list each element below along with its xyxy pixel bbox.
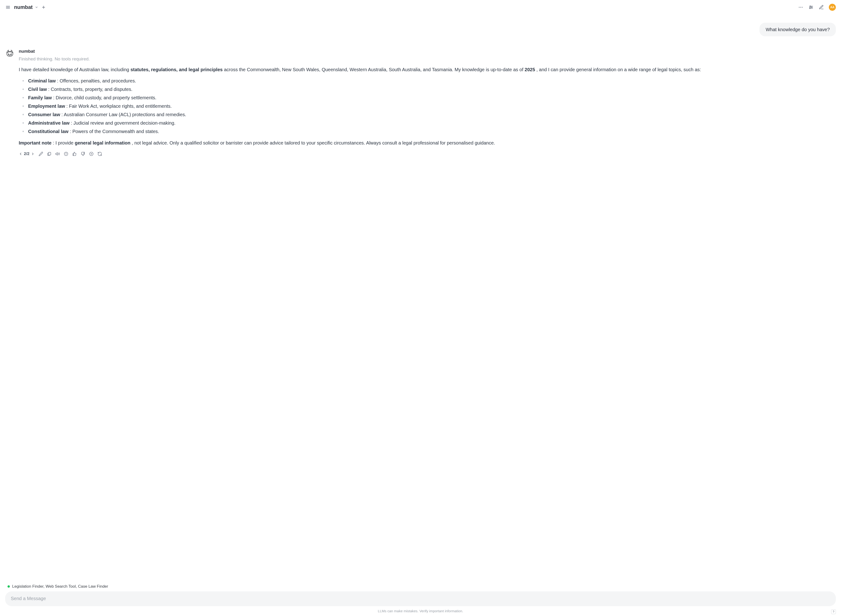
copy-icon[interactable] — [47, 151, 51, 156]
tools-status-line: Legislation Finder, Web Search Tool, Cas… — [5, 584, 836, 590]
thumbs-up-icon[interactable] — [72, 151, 77, 156]
status-line: Finished thinking. No tools required. — [19, 56, 836, 63]
page-indicator: 2/2 — [24, 151, 29, 157]
intro-pre: I have detailed knowledge of Australian … — [19, 67, 131, 72]
chevron-down-icon — [35, 6, 38, 9]
chat-scroll-area[interactable]: What knowledge do you have? numbat Finis… — [0, 13, 841, 584]
help-button[interactable]: ? — [831, 609, 836, 614]
new-chat-button[interactable] — [41, 5, 45, 9]
svg-rect-17 — [48, 152, 51, 155]
intro-post: , and I can provide general information … — [535, 67, 701, 72]
pager-next-icon[interactable] — [31, 152, 35, 156]
header-left: numbat — [5, 3, 45, 11]
note-bold: general legal information — [75, 140, 131, 145]
disclaimer-row: LLMs can make mistakes. Verify important… — [5, 609, 836, 614]
note-label: Important note — [19, 140, 51, 145]
assistant-name-label: numbat — [19, 48, 836, 55]
speaker-icon[interactable] — [55, 151, 60, 156]
svg-marker-18 — [56, 153, 57, 155]
pager-prev-icon[interactable] — [19, 152, 22, 156]
menu-icon[interactable] — [5, 4, 11, 10]
list-item: Administrative law : Judicial review and… — [22, 119, 836, 127]
note-mid1: : I provide — [51, 140, 75, 145]
message-toolbar: 2/2 — [19, 151, 836, 157]
svg-point-9 — [810, 6, 811, 7]
svg-point-6 — [800, 7, 801, 7]
svg-marker-23 — [91, 153, 92, 155]
user-message-bubble: What knowledge do you have? — [759, 23, 836, 36]
play-circle-icon[interactable] — [89, 151, 94, 156]
list-item: Civil law : Contracts, torts, property, … — [22, 85, 836, 94]
assistant-content: numbat Finished thinking. No tools requi… — [19, 48, 836, 157]
model-name: numbat — [14, 3, 32, 11]
edit-icon[interactable] — [38, 151, 43, 156]
assistant-message-block: numbat Finished thinking. No tools requi… — [5, 48, 836, 157]
settings-sliders-icon[interactable] — [808, 4, 814, 10]
list-item: Criminal law : Offences, penalties, and … — [22, 76, 836, 85]
tools-list-text: Legislation Finder, Web Search Tool, Cas… — [12, 584, 108, 590]
compose-icon[interactable] — [819, 4, 824, 10]
disclaimer-text: LLMs can make mistakes. Verify important… — [378, 609, 463, 613]
intro-bold: statutes, regulations, and legal princip… — [131, 67, 223, 72]
list-item: Employment law : Fair Work Act, workplac… — [22, 102, 836, 110]
svg-point-13 — [810, 8, 810, 9]
regenerate-icon[interactable] — [97, 151, 102, 156]
svg-point-7 — [802, 7, 803, 7]
header-right: AA — [798, 4, 836, 11]
more-icon[interactable] — [798, 4, 803, 10]
user-avatar[interactable]: AA — [829, 4, 836, 11]
user-message-row: What knowledge do you have? — [5, 23, 836, 36]
assistant-avatar-icon — [5, 48, 15, 58]
thumbs-down-icon[interactable] — [81, 151, 85, 156]
avatar-initials: AA — [830, 5, 834, 9]
info-icon[interactable] — [64, 151, 68, 156]
svg-point-5 — [799, 7, 800, 7]
intro-paragraph: I have detailed knowledge of Australian … — [19, 66, 836, 74]
model-selector[interactable]: numbat — [14, 3, 38, 11]
svg-point-11 — [811, 7, 812, 8]
list-item: Family law : Divorce, child custody, and… — [22, 94, 836, 102]
app-header: numbat AA — [0, 0, 841, 13]
footer: Legislation Finder, Web Search Tool, Cas… — [0, 584, 841, 616]
list-item: Constitutional law : Powers of the Commo… — [22, 127, 836, 136]
svg-point-16 — [11, 54, 11, 54]
svg-point-15 — [9, 54, 9, 54]
message-input[interactable] — [11, 596, 830, 601]
response-pager: 2/2 — [19, 151, 35, 157]
note-mid2: , not legal advice. Only a qualified sol… — [131, 140, 495, 145]
user-message-text: What knowledge do you have? — [766, 27, 830, 32]
intro-mid: across the Commonwealth, New South Wales… — [223, 67, 524, 72]
knowledge-list: Criminal law : Offences, penalties, and … — [19, 76, 836, 136]
status-dot-icon — [7, 585, 10, 588]
message-composer[interactable] — [5, 591, 836, 606]
note-paragraph: Important note : I provide general legal… — [19, 139, 836, 147]
list-item: Consumer law : Australian Consumer Law (… — [22, 110, 836, 119]
intro-year: 2025 — [525, 67, 535, 72]
